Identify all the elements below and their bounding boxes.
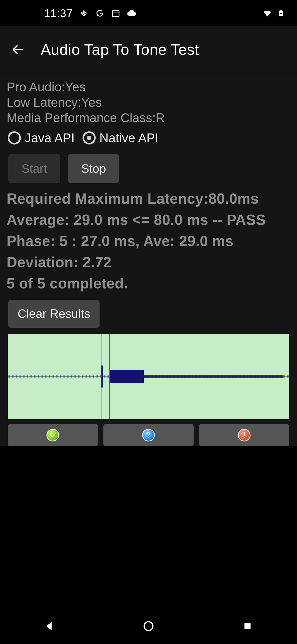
pro-audio-line: Pro Audio:Yes [7,79,290,95]
stop-button[interactable]: Stop [68,154,119,183]
check-circle-icon [46,429,59,441]
pro-audio-label: Pro Audio: [7,80,65,94]
fail-button[interactable]: ! [199,424,289,446]
native-api-label: Native API [100,130,159,145]
battery-charging-icon [276,8,286,18]
pass-button[interactable] [8,424,98,446]
mpc-line: Media Performance Class:R [7,110,290,125]
pinwheel-icon [79,8,89,18]
clear-results-button[interactable]: Clear Results [8,300,100,328]
marker-tone-line [109,334,110,419]
mpc-label: Media Performance Class: [7,111,156,125]
calendar-icon [111,8,121,18]
question-circle-icon: ? [142,429,155,441]
result-average: Average: 29.0 ms <= 80.0 ms -- PASS [7,209,290,231]
result-required: Required Maximum Latency:80.0ms [7,188,290,209]
java-api-radio[interactable]: Java API [5,129,78,146]
low-latency-value: Yes [81,95,102,110]
mpc-value: R [156,111,165,125]
page-title: Audio Tap To Tone Test [41,41,199,58]
java-api-label: Java API [25,130,75,145]
svg-point-1 [144,622,153,631]
cloud-icon [127,8,137,18]
start-stop-row: Start Stop [8,154,290,183]
svg-rect-2 [244,623,251,629]
google-g-icon [95,8,105,18]
app-bar: Audio Tap To Tone Test [0,26,297,73]
result-progress: 5 of 5 completed. [7,273,290,294]
status-right [262,8,286,18]
info-button[interactable]: ? [103,424,194,446]
wifi-icon [262,8,272,18]
waveform-view [8,334,289,419]
marker-tap-line [101,334,101,419]
result-phase: Phase: 5 : 27.0 ms, Ave: 29.0 ms [7,231,290,252]
low-latency-line: Low Latency:Yes [7,95,290,110]
nav-recents-button[interactable] [238,616,257,636]
device-info: Pro Audio:Yes Low Latency:Yes Media Perf… [7,79,290,125]
nav-back-button[interactable] [40,616,59,636]
waveform-tone-burst [110,370,144,383]
waveform-tap-impulse [101,365,103,388]
system-nav-bar [0,608,297,644]
verdict-button-row: ? ! [8,424,289,446]
waveform-tone-tail [143,375,284,378]
back-button[interactable] [8,42,28,57]
results-text: Required Maximum Latency:80.0ms Average:… [7,188,290,294]
result-deviation: Deviation: 2.72 [7,252,290,273]
radio-checked-icon [82,131,96,144]
api-radio-group: Java API Native API [5,129,290,146]
start-button[interactable]: Start [8,154,60,183]
native-api-radio[interactable]: Native API [80,129,161,146]
status-left: 11:37 [44,7,137,20]
pro-audio-value: Yes [65,80,86,94]
status-bar: 11:37 [0,0,297,26]
svg-rect-0 [112,11,119,17]
nav-home-button[interactable] [139,616,158,636]
low-latency-label: Low Latency: [7,95,81,110]
radio-unchecked-icon [8,131,21,144]
alert-circle-icon: ! [238,429,251,441]
status-time: 11:37 [44,7,73,20]
main-content: Pro Audio:Yes Low Latency:Yes Media Perf… [0,73,297,446]
